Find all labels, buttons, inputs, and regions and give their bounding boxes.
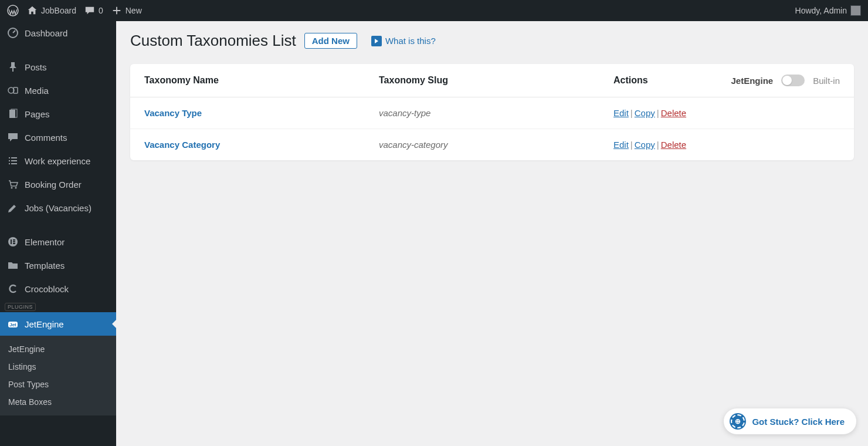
menu-label: Booking Order — [25, 180, 82, 190]
add-new-button[interactable]: Add New — [304, 33, 357, 49]
taxonomy-name-link[interactable]: Vacancy Category — [144, 140, 379, 150]
comments-count: 0 — [99, 6, 103, 15]
svg-point-6 — [11, 187, 13, 189]
help-fab-button[interactable]: ⊕ Got Stuck? Click Here — [724, 408, 856, 434]
sidebar-item-pages[interactable]: Pages — [0, 102, 116, 126]
content-area: Custom Taxonomies List Add New What is t… — [116, 21, 868, 446]
sidebar-item-jobs[interactable]: Jobs (Vacancies) — [0, 196, 116, 219]
svg-rect-10 — [13, 239, 15, 241]
adminbar-new[interactable]: New — [111, 5, 142, 16]
submenu-item-meta-boxes[interactable]: Meta Boxes — [0, 393, 116, 411]
dashboard-icon — [7, 27, 19, 39]
plus-icon — [111, 5, 122, 16]
col-slug-header: Taxonomy Slug — [379, 75, 613, 86]
menu-label: Pages — [25, 109, 50, 119]
pin-icon — [7, 61, 19, 73]
table-header: Taxonomy Name Taxonomy Slug Actions JetE… — [130, 64, 854, 97]
adminbar-comments[interactable]: 0 — [84, 5, 103, 16]
pencil-icon — [7, 202, 19, 214]
delete-link[interactable]: Delete — [661, 140, 686, 150]
what-is-this-link[interactable]: What is this? — [371, 36, 436, 46]
svg-rect-11 — [13, 241, 15, 242]
submenu-item-post-types[interactable]: Post Types — [0, 376, 116, 393]
admin-sidebar: Dashboard Posts Media Pages Comments Wor… — [0, 21, 116, 446]
wp-logo-icon[interactable] — [7, 5, 19, 16]
copy-link[interactable]: Copy — [635, 140, 655, 150]
submenu-item-jetengine[interactable]: JetEngine — [0, 340, 116, 358]
menu-label: Jobs (Vacancies) — [25, 203, 91, 213]
menu-label: Dashboard — [25, 28, 67, 38]
page-icon — [7, 108, 19, 120]
col-name-header: Taxonomy Name — [144, 75, 379, 86]
copy-link[interactable]: Copy — [635, 108, 655, 118]
comment-icon — [7, 131, 19, 143]
sidebar-item-work-experience[interactable]: Work experience — [0, 149, 116, 173]
sidebar-item-comments[interactable]: Comments — [0, 126, 116, 149]
what-is-this-label: What is this? — [385, 36, 436, 46]
submenu-item-listings[interactable]: Listings — [0, 358, 116, 376]
admin-bar: JobBoard 0 New Howdy, Admin — [0, 0, 868, 21]
help-fab-label: Got Stuck? Click Here — [752, 417, 845, 427]
builtin-toggle[interactable] — [781, 75, 805, 86]
media-icon — [7, 85, 19, 96]
builtin-toggle-label: Built-in — [813, 76, 840, 86]
taxonomy-slug: vacancy-type — [379, 108, 613, 118]
menu-label: Posts — [25, 62, 47, 72]
howdy-label: Howdy, Admin — [795, 6, 847, 15]
table-row: Vacancy Type vacancy-type Edit|Copy|Dele… — [130, 97, 854, 129]
sidebar-item-posts[interactable]: Posts — [0, 55, 116, 79]
sidebar-item-jetengine[interactable]: Jet JetEngine — [0, 312, 116, 336]
plugins-divider-label: PLUGINS — [5, 303, 36, 311]
crocoblock-icon — [7, 283, 19, 295]
row-actions: Edit|Copy|Delete — [613, 108, 840, 118]
taxonomies-table: Taxonomy Name Taxonomy Slug Actions JetE… — [130, 64, 854, 160]
elementor-icon — [7, 236, 19, 248]
list-icon — [7, 155, 19, 167]
taxonomy-slug: vacancy-category — [379, 140, 613, 150]
avatar-icon — [850, 5, 861, 16]
svg-rect-4 — [9, 110, 15, 118]
menu-label: Crocoblock — [25, 284, 69, 294]
jetengine-submenu: JetEngine Listings Post Types Meta Boxes — [0, 336, 116, 415]
menu-label: Templates — [25, 261, 65, 271]
page-header: Custom Taxonomies List Add New What is t… — [130, 32, 854, 50]
menu-label: JetEngine — [25, 319, 64, 329]
sidebar-item-elementor[interactable]: Elementor — [0, 230, 116, 254]
menu-label: Work experience — [25, 156, 90, 166]
lifesaver-icon: ⊕ — [730, 413, 746, 430]
page-title: Custom Taxonomies List — [130, 32, 296, 50]
sidebar-item-media[interactable]: Media — [0, 79, 116, 102]
home-icon — [27, 5, 38, 16]
col-actions-header: Actions — [613, 75, 731, 86]
taxonomy-name-link[interactable]: Vacancy Type — [144, 108, 379, 118]
table-row: Vacancy Category vacancy-category Edit|C… — [130, 129, 854, 160]
sidebar-item-booking-order[interactable]: Booking Order — [0, 173, 116, 196]
comment-icon — [84, 5, 95, 16]
adminbar-site-home[interactable]: JobBoard — [27, 5, 76, 16]
jetengine-icon: Jet — [7, 318, 19, 330]
folder-icon — [7, 259, 19, 271]
svg-rect-12 — [13, 243, 15, 244]
menu-label: Media — [25, 86, 49, 96]
play-icon — [371, 36, 382, 46]
svg-text:Jet: Jet — [9, 322, 16, 327]
site-name-label: JobBoard — [41, 6, 76, 15]
row-actions: Edit|Copy|Delete — [613, 140, 840, 150]
sidebar-item-templates[interactable]: Templates — [0, 254, 116, 277]
new-label: New — [126, 6, 142, 15]
edit-link[interactable]: Edit — [613, 140, 629, 150]
sidebar-item-crocoblock[interactable]: Crocoblock — [0, 277, 116, 300]
delete-link[interactable]: Delete — [661, 108, 686, 118]
menu-label: Elementor — [25, 237, 65, 247]
adminbar-account[interactable]: Howdy, Admin — [795, 5, 861, 16]
edit-link[interactable]: Edit — [613, 108, 629, 118]
svg-rect-9 — [11, 239, 12, 244]
svg-point-7 — [15, 187, 17, 189]
sidebar-item-dashboard[interactable]: Dashboard — [0, 21, 116, 45]
jetengine-toggle-label: JetEngine — [731, 76, 773, 86]
menu-label: Comments — [25, 133, 67, 143]
cart-icon — [7, 178, 19, 190]
